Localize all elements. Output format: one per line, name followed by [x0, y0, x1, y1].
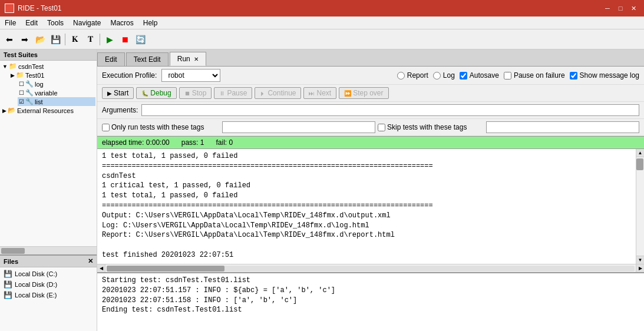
checkbox-log: ☐ — [19, 81, 24, 87]
scroll-thumb[interactable] — [636, 158, 643, 170]
h-scroll-right-btn[interactable]: ▶ — [636, 264, 644, 273]
step-over-label: Step over — [353, 89, 383, 97]
menu-navigate[interactable]: Navigate — [68, 18, 105, 28]
bottom-output-line: Starting test: csdnTest.Test01.list — [102, 276, 639, 286]
tree-toggle-csdntest: ▼ — [2, 64, 8, 69]
tab-edit[interactable]: Edit — [97, 52, 125, 66]
save-button[interactable]: 💾 — [48, 32, 62, 47]
h-scroll-left-btn[interactable]: ◀ — [97, 264, 105, 273]
test-suites-header: Test Suites — [0, 49, 97, 61]
tree-label-csdntest: csdnTest — [18, 63, 44, 70]
h-scroll-thumb[interactable] — [107, 266, 224, 272]
tree-area: ▼ 📁 csdnTest ▶ 📁 Test01 ☐ 🔧 log ☐ 🔧 vari… — [0, 61, 97, 246]
tab-bar: Edit Text Edit Run ✕ — [97, 49, 644, 67]
tree-item-csdntest[interactable]: ▼ 📁 csdnTest — [1, 62, 95, 71]
continue-button[interactable]: ⏵ Continue — [255, 87, 301, 99]
files-label-c: Local Disk (C:) — [15, 270, 57, 277]
stop-toolbar-button[interactable]: ⏹ — [118, 32, 132, 47]
file-icon-log: 🔧 — [25, 80, 34, 88]
report-checkbox-group: Report — [397, 71, 428, 80]
files-label-d: Local Disk (D:) — [15, 281, 57, 288]
only-run-checkbox[interactable] — [102, 124, 110, 131]
step-over-button[interactable]: ⏩ Step over — [339, 87, 388, 99]
refresh-button[interactable]: 🔄 — [133, 32, 147, 47]
skip-tags-group: Skip tests with these tags — [378, 123, 484, 131]
next-icon: ⏭ — [309, 90, 315, 97]
scroll-down-btn[interactable]: ▼ — [636, 256, 644, 264]
log-checkbox-group: Log — [433, 71, 455, 80]
pause-on-failure-group: Pause on failure — [504, 71, 565, 80]
right-panel: Edit Text Edit Run ✕ Execution Profile: … — [97, 49, 644, 331]
menu-help[interactable]: Help — [138, 18, 163, 28]
menu-macros[interactable]: Macros — [105, 18, 138, 28]
skip-tags-input[interactable] — [486, 121, 639, 133]
tree-hscrollbar[interactable] — [0, 246, 97, 254]
log-radio[interactable] — [433, 72, 441, 80]
disk-icon-c: 💾 — [4, 270, 12, 278]
pause-checkbox[interactable] — [504, 72, 511, 80]
pause-icon: ⏸ — [219, 90, 225, 97]
files-item-c[interactable]: 💾 Local Disk (C:) — [1, 269, 95, 279]
tab-run[interactable]: Run ✕ — [170, 52, 206, 66]
toolbar-separator-2 — [100, 34, 100, 45]
scroll-track — [636, 157, 644, 256]
tree-item-list[interactable]: ☑ 🔧 list — [18, 97, 95, 106]
tree-item-test01[interactable]: ▶ 📁 Test01 — [9, 71, 95, 80]
forward-button[interactable]: ➡ — [18, 32, 32, 47]
only-run-tags-group: Only run tests with these tags — [102, 123, 220, 131]
arguments-input[interactable] — [141, 104, 639, 116]
tab-text-edit[interactable]: Text Edit — [126, 52, 169, 66]
run-button[interactable]: ▶ — [103, 32, 117, 47]
open-button[interactable]: 📂 — [33, 32, 47, 47]
tree-item-external[interactable]: ▶ 📂 External Resources — [1, 106, 95, 115]
files-item-e[interactable]: 💾 Local Disk (E:) — [1, 290, 95, 300]
output-wrapper: 1 test total, 1 passed, 0 failed========… — [97, 149, 644, 264]
menu-file[interactable]: File — [0, 18, 21, 28]
skip-tags-label: Skip tests with these tags — [387, 123, 467, 131]
menu-edit[interactable]: Edit — [21, 18, 42, 28]
h-scrollbar: ◀ ▶ — [97, 264, 644, 272]
only-run-input[interactable] — [222, 121, 375, 133]
tree-item-variable[interactable]: ☐ 🔧 variable — [18, 88, 95, 97]
tree-toggle-external: ▶ — [2, 108, 6, 114]
report-radio[interactable] — [397, 72, 405, 80]
pause-button[interactable]: ⏸ Pause — [214, 87, 252, 99]
arguments-row: Arguments: — [97, 102, 644, 119]
debug-button[interactable]: 🐛 Debug — [136, 87, 176, 99]
menu-bar: File Edit Tools Navigate Macros Help — [0, 16, 644, 29]
files-title: Files — [4, 258, 18, 265]
bottom-output-line: 20201023 22:07:51.157 : INFO : ${abc} = … — [102, 286, 639, 296]
close-button[interactable]: ✕ — [628, 3, 639, 14]
pause-label: Pause on failure — [514, 71, 565, 80]
title-bar: RIDE - Test01 ─ □ ✕ — [0, 0, 644, 16]
stop-label: Stop — [192, 89, 207, 97]
exec-profile-select[interactable]: robot pybot jybot — [161, 69, 220, 82]
tab-run-label: Run — [177, 55, 190, 63]
toolbar-k-button[interactable]: 𝐊 — [68, 32, 82, 47]
minimize-button[interactable]: ─ — [602, 3, 613, 14]
output-line: ========================================… — [102, 161, 631, 171]
output-line: 1 test total, 1 passed, 0 failed — [102, 191, 631, 201]
checkbox-list: ☑ — [19, 98, 24, 105]
files-item-d[interactable]: 💾 Local Disk (D:) — [1, 279, 95, 290]
files-close-icon[interactable]: ✕ — [88, 257, 93, 265]
exec-profile-row: Execution Profile: robot pybot jybot Rep… — [97, 67, 644, 85]
start-button[interactable]: ▶ Start — [102, 87, 134, 99]
app-icon — [5, 4, 14, 13]
maximize-button[interactable]: □ — [615, 3, 626, 14]
tags-row: Only run tests with these tags Skip test… — [97, 119, 644, 136]
file-icon-list: 🔧 — [25, 98, 34, 105]
stop-button[interactable]: ⏹ Stop — [179, 87, 212, 99]
scroll-up-btn[interactable]: ▲ — [636, 149, 644, 157]
toolbar-t-button[interactable]: 𝐓 — [83, 32, 97, 47]
debug-label: Debug — [150, 89, 171, 97]
next-button[interactable]: ⏭ Next — [303, 87, 336, 99]
tree-item-log[interactable]: ☐ 🔧 log — [18, 80, 95, 88]
h-scroll-track — [107, 266, 635, 272]
autosave-checkbox[interactable] — [460, 72, 467, 80]
show-log-checkbox[interactable] — [570, 72, 577, 80]
skip-tags-checkbox[interactable] — [378, 124, 385, 131]
back-button[interactable]: ⬅ — [2, 32, 16, 47]
menu-tools[interactable]: Tools — [42, 18, 68, 28]
tab-close-icon[interactable]: ✕ — [194, 56, 199, 62]
